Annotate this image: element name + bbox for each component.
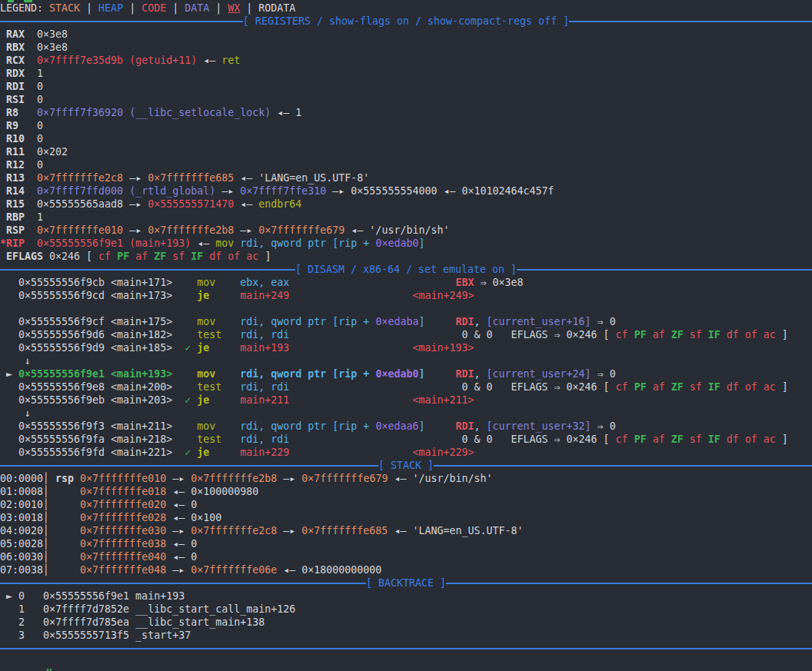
text-segment	[424, 316, 455, 327]
terminal-line: *RIP 0×55555556f9e1 (main+193) ◂— mov rd…	[0, 237, 812, 250]
text-segment: 0×55555556f9e1 (main+193)	[37, 238, 191, 249]
text-segment: mov	[197, 316, 215, 327]
text-segment: ZF	[671, 433, 684, 445]
terminal-line: 0×55555556f9cf <main+175> mov rdi, qword…	[0, 315, 812, 328]
text-segment: cf	[616, 433, 628, 445]
terminal-line: R14 0×7ffff7ffd000 (_rtld_global) —▸ 0×7…	[0, 184, 812, 198]
text-segment: df	[209, 251, 221, 262]
text-segment: je	[197, 394, 209, 406]
text-segment: ZF	[671, 329, 684, 340]
text-segment: 0×555555571470	[148, 198, 234, 210]
text-segment	[757, 381, 764, 393]
text-segment: ◂— 0	[166, 538, 197, 550]
text-segment: 06:0030│	[0, 551, 80, 563]
text-segment	[172, 368, 197, 380]
text-segment: main+249	[240, 290, 289, 301]
terminal-line: RBX 0×3e8	[0, 41, 812, 54]
disasm-section: 0×55555556f9cb <main+171> mov ebx, eax E…	[0, 276, 812, 459]
terminal-line: RSI 0	[0, 93, 812, 106]
terminal-line: 0×55555556f9eb <main+203> ✓ je main+211 …	[0, 394, 812, 407]
text-segment: 0×7fffffffe010	[37, 224, 123, 236]
text-segment: ◂—	[234, 198, 258, 210]
terminal-line: RSP 0×7fffffffe010 —▸ 0×7fffffffe2b8 —▸ …	[0, 224, 812, 237]
text-segment: sf	[690, 433, 702, 445]
text-segment: ⇒ 0	[591, 420, 616, 432]
text-segment: 0×55555556f9cf <main+175>	[0, 316, 197, 327]
terminal-line: ↓	[0, 407, 812, 420]
text-segment: 05:0028│	[0, 538, 80, 550]
text-segment: 1	[25, 68, 43, 79]
text-segment: R13	[0, 172, 25, 184]
text-segment: test	[197, 433, 221, 445]
text-segment: 0×7fffffffe038	[80, 538, 166, 550]
text-segment: RBP	[0, 211, 25, 223]
text-segment: <main+211>	[412, 394, 474, 406]
text-segment: |	[166, 2, 185, 14]
text-segment: ► 0 0×55555556f9e1 main+193	[0, 590, 185, 602]
stack-section: 00:0000│ rsp 0×7fffffffe010 —▸ 0×7ffffff…	[0, 472, 812, 576]
text-segment: 0	[25, 94, 43, 105]
pwndbg-terminal: LEGEND: STACK | HEAP | CODE | DATA | WX …	[0, 0, 812, 671]
text-segment	[209, 447, 240, 458]
text-segment: —▸	[277, 525, 301, 536]
text-segment	[702, 433, 708, 445]
text-segment: 0×55555556f9cd <main+173>	[0, 290, 197, 301]
terminal-line: R8 0×7ffff7f36920 (__libc_setlocale_lock…	[0, 106, 812, 119]
text-segment	[25, 172, 37, 184]
text-segment: 0×7fffffffe2c8	[37, 172, 123, 184]
terminal-line: 07:0038│ 0×7fffffffe048 —▸ 0×7fffffffe06…	[0, 563, 812, 576]
text-segment: 0×3e8	[25, 28, 68, 40]
terminal-line: ► 0 0×55555556f9e1 main+193	[0, 590, 812, 603]
backtrace-header-label: [ BACKTRACE ]	[366, 577, 446, 589]
text-segment: 04:0020│	[0, 525, 80, 536]
text-segment: 0×7ffff7f36920 (__libc_setlocale_lock)	[37, 107, 271, 118]
terminal-line: R12 0	[0, 158, 812, 171]
text-segment	[720, 329, 727, 340]
text-segment: rdi, qword ptr [rip +	[240, 316, 375, 327]
text-segment	[191, 342, 197, 354]
terminal-line: R11 0×202	[0, 145, 812, 158]
terminal-line: EFLAGS 0×246 [ cf PF af ZF sf IF df of a…	[0, 250, 812, 263]
text-segment: EBX	[455, 277, 474, 288]
text-segment: 0×55555556f9d9 <main+185>	[0, 342, 185, 354]
text-segment	[720, 433, 727, 445]
text-segment: ]	[418, 238, 424, 249]
text-segment: IF	[708, 433, 720, 445]
text-segment: —▸	[123, 224, 148, 236]
text-segment: rdi, qword ptr [rip +	[240, 368, 375, 380]
text-segment	[289, 290, 412, 301]
text-segment	[289, 342, 412, 354]
text-segment: <main+249>	[412, 290, 474, 301]
text-segment: |	[209, 2, 228, 14]
text-segment: 0×55555556f9fa <main+218>	[0, 433, 197, 445]
text-segment: af	[653, 329, 665, 340]
text-segment: ◂— 'LANG=en_US.UTF-8'	[388, 525, 523, 536]
text-segment: PF	[117, 251, 129, 262]
text-segment	[215, 368, 240, 380]
text-segment: 0	[25, 159, 43, 171]
disasm-section-header: [ DISASM / x86-64 / set emulate on ]	[0, 263, 812, 276]
text-segment	[757, 433, 764, 445]
text-segment	[757, 329, 764, 340]
text-segment	[628, 329, 634, 340]
text-segment: 00:0000│	[0, 473, 55, 484]
text-segment: rdi, rdi	[240, 381, 289, 393]
text-segment: mov	[197, 368, 215, 380]
text-segment: ]	[776, 381, 788, 393]
command-prompt[interactable]: pwndbg>	[0, 649, 812, 671]
screen-artifact	[24, 0, 32, 2]
text-segment: 0×55555556f9e1 <main+193>	[18, 368, 172, 380]
text-segment	[628, 381, 634, 393]
text-segment: ZF	[671, 381, 684, 393]
text-segment: 0×7fffffffe679	[258, 224, 344, 236]
text-segment	[702, 381, 708, 393]
text-segment: je	[197, 447, 209, 458]
terminal-line: 3 0×5555555713f5 _start+37	[0, 629, 812, 642]
text-segment: ,	[474, 316, 487, 327]
terminal-line: 0×55555556f9fd <main+221> ✓ je main+229 …	[0, 446, 812, 459]
text-segment: 0 & 0 EFLAGS ⇒ 0×246 [	[289, 329, 615, 340]
text-segment: ◂— 0	[166, 551, 197, 563]
text-segment: ⇒ 0×3e8	[474, 277, 523, 288]
text-segment: 0×7fffffffe685	[301, 525, 388, 536]
text-segment: rdi, rdi	[240, 329, 289, 340]
